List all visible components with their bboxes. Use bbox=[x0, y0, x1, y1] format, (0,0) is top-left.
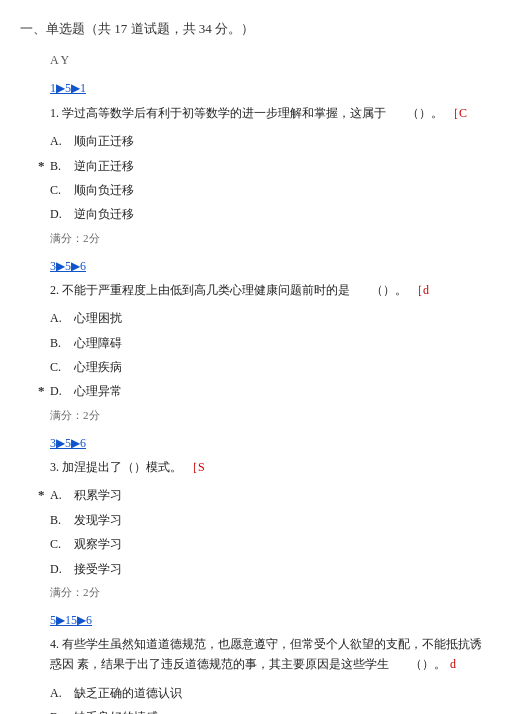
option-text-1B: 逆向正迁移 bbox=[74, 156, 134, 176]
option-text-1C: 顺向负迁移 bbox=[74, 180, 134, 200]
option-text-1A: 顺向正迁移 bbox=[74, 131, 134, 151]
option-3-B: B. 发现学习 bbox=[50, 508, 485, 532]
option-label-1A: A. bbox=[50, 131, 74, 151]
question-3-options: * A. 积累学习 B. 发现学习 C. 观察学习 D. 接受学习 bbox=[20, 483, 485, 581]
option-text-3D: 接受学习 bbox=[74, 559, 122, 579]
star-marker-1B: * bbox=[38, 155, 45, 177]
question-2-block: 3▶5▶6 2. 不能于严重程度上由低到高几类心理健康问题前时的是 （）。［d … bbox=[20, 256, 485, 425]
section-title: 一、单选题（共 17 道试题，共 34 分。） bbox=[20, 18, 485, 40]
option-3-C: C. 观察学习 bbox=[50, 532, 485, 556]
option-4-B: B. 缺乏良好的情感 bbox=[50, 705, 485, 714]
option-text-2A: 心理困扰 bbox=[74, 308, 122, 328]
question-1-link[interactable]: 1▶5▶1 bbox=[50, 81, 86, 95]
option-text-3B: 发现学习 bbox=[74, 510, 122, 530]
option-1-B: * B. 逆向正迁移 bbox=[50, 154, 485, 178]
question-3-score: 满分：2分 bbox=[20, 583, 485, 602]
option-2-D: * D. 心理异常 bbox=[50, 379, 485, 403]
question-1-block: 1▶5▶1 1. 学过高等数学后有利于初等数学的进一步理解和掌握，这属于 （）。… bbox=[20, 78, 485, 247]
option-text-4A: 缺乏正确的道德认识 bbox=[74, 683, 182, 703]
question-3-link[interactable]: 3▶5▶6 bbox=[50, 436, 86, 450]
initial-answer: A Y bbox=[20, 50, 485, 70]
option-text-2B: 心理障碍 bbox=[74, 333, 122, 353]
question-1-options: A. 顺向正迁移 * B. 逆向正迁移 C. 顺向负迁移 D. 逆向负迁移 bbox=[20, 129, 485, 227]
option-2-A: A. 心理困扰 bbox=[50, 306, 485, 330]
question-1-text: 1. 学过高等数学后有利于初等数学的进一步理解和掌握，这属于 （）。［C bbox=[20, 103, 485, 123]
question-2-link[interactable]: 3▶5▶6 bbox=[50, 259, 86, 273]
option-2-B: B. 心理障碍 bbox=[50, 331, 485, 355]
question-3-header: 3▶5▶6 bbox=[20, 433, 485, 453]
option-label-3C: C. bbox=[50, 534, 74, 554]
star-marker-3A: * bbox=[38, 484, 45, 506]
option-3-A: * A. 积累学习 bbox=[50, 483, 485, 507]
option-text-3A: 积累学习 bbox=[74, 485, 122, 505]
option-4-A: A. 缺乏正确的道德认识 bbox=[50, 681, 485, 705]
question-4-link[interactable]: 5▶15▶6 bbox=[50, 613, 92, 627]
option-2-C: C. 心理疾病 bbox=[50, 355, 485, 379]
option-label-1C: C. bbox=[50, 180, 74, 200]
option-label-2D: D. bbox=[50, 381, 74, 401]
initial-answer-block: A Y bbox=[20, 50, 485, 70]
option-text-2C: 心理疾病 bbox=[74, 357, 122, 377]
question-4-text: 4. 有些学生虽然知道道德规范，也愿意遵守，但常受个人欲望的支配，不能抵抗诱惑因… bbox=[20, 634, 485, 675]
option-label-2A: A. bbox=[50, 308, 74, 328]
option-label-2B: B. bbox=[50, 333, 74, 353]
option-label-2C: C. bbox=[50, 357, 74, 377]
option-text-1D: 逆向负迁移 bbox=[74, 204, 134, 224]
option-text-2D: 心理异常 bbox=[74, 381, 122, 401]
question-2-answer: ［d bbox=[411, 283, 429, 297]
option-label-1D: D. bbox=[50, 204, 74, 224]
question-4-answer: d bbox=[450, 657, 456, 671]
option-1-A: A. 顺向正迁移 bbox=[50, 129, 485, 153]
question-4-options: A. 缺乏正确的道德认识 B. 缺乏良好的情感 * C. 道德意志薄弱 D. 没… bbox=[20, 681, 485, 714]
question-1-answer: ［C bbox=[447, 106, 467, 120]
question-2-options: A. 心理困扰 B. 心理障碍 C. 心理疾病 * D. 心理异常 bbox=[20, 306, 485, 404]
question-2-text: 2. 不能于严重程度上由低到高几类心理健康问题前时的是 （）。［d bbox=[20, 280, 485, 300]
option-1-D: D. 逆向负迁移 bbox=[50, 202, 485, 226]
question-3-text: 3. 加涅提出了（）模式。［S bbox=[20, 457, 485, 477]
question-3-block: 3▶5▶6 3. 加涅提出了（）模式。［S * A. 积累学习 B. 发现学习 … bbox=[20, 433, 485, 602]
option-3-D: D. 接受学习 bbox=[50, 557, 485, 581]
option-label-3B: B. bbox=[50, 510, 74, 530]
option-1-C: C. 顺向负迁移 bbox=[50, 178, 485, 202]
option-label-4B: B. bbox=[50, 707, 74, 714]
exam-page: 一、单选题（共 17 道试题，共 34 分。） A Y 1▶5▶1 1. 学过高… bbox=[20, 18, 485, 714]
option-label-1B: B. bbox=[50, 156, 74, 176]
question-1-score: 满分：2分 bbox=[20, 229, 485, 248]
question-2-score: 满分：2分 bbox=[20, 406, 485, 425]
option-label-3D: D. bbox=[50, 559, 74, 579]
option-text-3C: 观察学习 bbox=[74, 534, 122, 554]
question-4-block: 5▶15▶6 4. 有些学生虽然知道道德规范，也愿意遵守，但常受个人欲望的支配，… bbox=[20, 610, 485, 714]
option-label-3A: A. bbox=[50, 485, 74, 505]
option-text-4B: 缺乏良好的情感 bbox=[74, 707, 158, 714]
star-marker-2D: * bbox=[38, 380, 45, 402]
question-1-header: 1▶5▶1 bbox=[20, 78, 485, 98]
question-4-header: 5▶15▶6 bbox=[20, 610, 485, 630]
question-2-header: 3▶5▶6 bbox=[20, 256, 485, 276]
option-label-4A: A. bbox=[50, 683, 74, 703]
question-3-answer: ［S bbox=[186, 460, 205, 474]
